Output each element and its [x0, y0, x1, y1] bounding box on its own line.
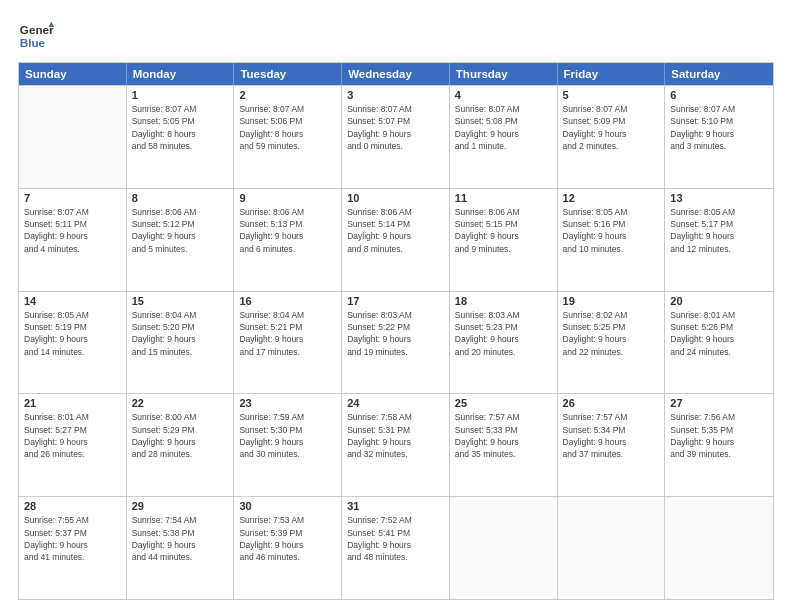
day-number: 8 — [132, 192, 229, 204]
calendar-day-cell: 11Sunrise: 8:06 AM Sunset: 5:15 PM Dayli… — [450, 189, 558, 291]
day-number: 10 — [347, 192, 444, 204]
day-of-week-header: Friday — [558, 63, 666, 85]
calendar-day-cell: 17Sunrise: 8:03 AM Sunset: 5:22 PM Dayli… — [342, 292, 450, 394]
calendar-day-cell — [19, 86, 127, 188]
calendar-day-cell: 19Sunrise: 8:02 AM Sunset: 5:25 PM Dayli… — [558, 292, 666, 394]
day-number: 12 — [563, 192, 660, 204]
day-number: 20 — [670, 295, 768, 307]
calendar-week-row: 21Sunrise: 8:01 AM Sunset: 5:27 PM Dayli… — [19, 393, 773, 496]
day-info: Sunrise: 7:58 AM Sunset: 5:31 PM Dayligh… — [347, 411, 444, 460]
day-info: Sunrise: 8:05 AM Sunset: 5:16 PM Dayligh… — [563, 206, 660, 255]
day-number: 23 — [239, 397, 336, 409]
day-number: 4 — [455, 89, 552, 101]
calendar-day-cell: 13Sunrise: 8:05 AM Sunset: 5:17 PM Dayli… — [665, 189, 773, 291]
day-info: Sunrise: 7:52 AM Sunset: 5:41 PM Dayligh… — [347, 514, 444, 563]
calendar-day-cell: 27Sunrise: 7:56 AM Sunset: 5:35 PM Dayli… — [665, 394, 773, 496]
day-number: 1 — [132, 89, 229, 101]
calendar-day-cell — [558, 497, 666, 599]
calendar-day-cell: 30Sunrise: 7:53 AM Sunset: 5:39 PM Dayli… — [234, 497, 342, 599]
day-number: 27 — [670, 397, 768, 409]
logo: General Blue — [18, 18, 58, 54]
day-number: 21 — [24, 397, 121, 409]
day-info: Sunrise: 8:05 AM Sunset: 5:17 PM Dayligh… — [670, 206, 768, 255]
day-info: Sunrise: 8:01 AM Sunset: 5:26 PM Dayligh… — [670, 309, 768, 358]
header: General Blue — [18, 18, 774, 54]
calendar-day-cell: 31Sunrise: 7:52 AM Sunset: 5:41 PM Dayli… — [342, 497, 450, 599]
calendar-day-cell — [450, 497, 558, 599]
calendar-day-cell: 22Sunrise: 8:00 AM Sunset: 5:29 PM Dayli… — [127, 394, 235, 496]
day-info: Sunrise: 7:54 AM Sunset: 5:38 PM Dayligh… — [132, 514, 229, 563]
day-number: 24 — [347, 397, 444, 409]
calendar-day-cell: 26Sunrise: 7:57 AM Sunset: 5:34 PM Dayli… — [558, 394, 666, 496]
day-number: 5 — [563, 89, 660, 101]
day-number: 19 — [563, 295, 660, 307]
calendar-day-cell: 21Sunrise: 8:01 AM Sunset: 5:27 PM Dayli… — [19, 394, 127, 496]
calendar-day-cell — [665, 497, 773, 599]
day-info: Sunrise: 8:07 AM Sunset: 5:06 PM Dayligh… — [239, 103, 336, 152]
day-info: Sunrise: 8:07 AM Sunset: 5:05 PM Dayligh… — [132, 103, 229, 152]
page: General Blue SundayMondayTuesdayWednesda… — [0, 0, 792, 612]
day-number: 7 — [24, 192, 121, 204]
calendar-week-row: 1Sunrise: 8:07 AM Sunset: 5:05 PM Daylig… — [19, 85, 773, 188]
calendar-day-cell: 1Sunrise: 8:07 AM Sunset: 5:05 PM Daylig… — [127, 86, 235, 188]
calendar-header: SundayMondayTuesdayWednesdayThursdayFrid… — [19, 63, 773, 85]
day-number: 25 — [455, 397, 552, 409]
day-info: Sunrise: 8:05 AM Sunset: 5:19 PM Dayligh… — [24, 309, 121, 358]
day-of-week-header: Wednesday — [342, 63, 450, 85]
day-info: Sunrise: 7:55 AM Sunset: 5:37 PM Dayligh… — [24, 514, 121, 563]
svg-text:General: General — [20, 23, 54, 36]
calendar-day-cell: 7Sunrise: 8:07 AM Sunset: 5:11 PM Daylig… — [19, 189, 127, 291]
day-number: 13 — [670, 192, 768, 204]
day-number: 2 — [239, 89, 336, 101]
calendar-day-cell: 18Sunrise: 8:03 AM Sunset: 5:23 PM Dayli… — [450, 292, 558, 394]
calendar-day-cell: 14Sunrise: 8:05 AM Sunset: 5:19 PM Dayli… — [19, 292, 127, 394]
day-info: Sunrise: 8:02 AM Sunset: 5:25 PM Dayligh… — [563, 309, 660, 358]
day-of-week-header: Saturday — [665, 63, 773, 85]
day-number: 17 — [347, 295, 444, 307]
calendar-day-cell: 16Sunrise: 8:04 AM Sunset: 5:21 PM Dayli… — [234, 292, 342, 394]
day-info: Sunrise: 8:06 AM Sunset: 5:15 PM Dayligh… — [455, 206, 552, 255]
calendar-day-cell: 2Sunrise: 8:07 AM Sunset: 5:06 PM Daylig… — [234, 86, 342, 188]
day-info: Sunrise: 8:06 AM Sunset: 5:14 PM Dayligh… — [347, 206, 444, 255]
day-number: 9 — [239, 192, 336, 204]
day-number: 3 — [347, 89, 444, 101]
calendar-week-row: 28Sunrise: 7:55 AM Sunset: 5:37 PM Dayli… — [19, 496, 773, 599]
day-info: Sunrise: 7:53 AM Sunset: 5:39 PM Dayligh… — [239, 514, 336, 563]
calendar-day-cell: 24Sunrise: 7:58 AM Sunset: 5:31 PM Dayli… — [342, 394, 450, 496]
calendar-day-cell: 25Sunrise: 7:57 AM Sunset: 5:33 PM Dayli… — [450, 394, 558, 496]
day-info: Sunrise: 8:07 AM Sunset: 5:09 PM Dayligh… — [563, 103, 660, 152]
calendar-body: 1Sunrise: 8:07 AM Sunset: 5:05 PM Daylig… — [19, 85, 773, 599]
day-of-week-header: Tuesday — [234, 63, 342, 85]
svg-text:Blue: Blue — [20, 36, 46, 49]
calendar-day-cell: 5Sunrise: 8:07 AM Sunset: 5:09 PM Daylig… — [558, 86, 666, 188]
calendar-week-row: 14Sunrise: 8:05 AM Sunset: 5:19 PM Dayli… — [19, 291, 773, 394]
day-number: 28 — [24, 500, 121, 512]
calendar-day-cell: 4Sunrise: 8:07 AM Sunset: 5:08 PM Daylig… — [450, 86, 558, 188]
day-number: 26 — [563, 397, 660, 409]
day-info: Sunrise: 7:57 AM Sunset: 5:34 PM Dayligh… — [563, 411, 660, 460]
day-info: Sunrise: 8:06 AM Sunset: 5:12 PM Dayligh… — [132, 206, 229, 255]
calendar-day-cell: 29Sunrise: 7:54 AM Sunset: 5:38 PM Dayli… — [127, 497, 235, 599]
day-number: 15 — [132, 295, 229, 307]
calendar-day-cell: 12Sunrise: 8:05 AM Sunset: 5:16 PM Dayli… — [558, 189, 666, 291]
day-of-week-header: Sunday — [19, 63, 127, 85]
calendar: SundayMondayTuesdayWednesdayThursdayFrid… — [18, 62, 774, 600]
calendar-day-cell: 8Sunrise: 8:06 AM Sunset: 5:12 PM Daylig… — [127, 189, 235, 291]
day-of-week-header: Thursday — [450, 63, 558, 85]
day-of-week-header: Monday — [127, 63, 235, 85]
day-info: Sunrise: 7:59 AM Sunset: 5:30 PM Dayligh… — [239, 411, 336, 460]
day-info: Sunrise: 8:06 AM Sunset: 5:13 PM Dayligh… — [239, 206, 336, 255]
logo-icon: General Blue — [18, 18, 54, 54]
calendar-day-cell: 6Sunrise: 8:07 AM Sunset: 5:10 PM Daylig… — [665, 86, 773, 188]
calendar-day-cell: 10Sunrise: 8:06 AM Sunset: 5:14 PM Dayli… — [342, 189, 450, 291]
day-number: 30 — [239, 500, 336, 512]
day-number: 16 — [239, 295, 336, 307]
day-number: 29 — [132, 500, 229, 512]
day-number: 11 — [455, 192, 552, 204]
day-number: 18 — [455, 295, 552, 307]
calendar-day-cell: 28Sunrise: 7:55 AM Sunset: 5:37 PM Dayli… — [19, 497, 127, 599]
calendar-day-cell: 15Sunrise: 8:04 AM Sunset: 5:20 PM Dayli… — [127, 292, 235, 394]
day-info: Sunrise: 8:03 AM Sunset: 5:22 PM Dayligh… — [347, 309, 444, 358]
day-info: Sunrise: 8:07 AM Sunset: 5:07 PM Dayligh… — [347, 103, 444, 152]
day-info: Sunrise: 8:04 AM Sunset: 5:21 PM Dayligh… — [239, 309, 336, 358]
